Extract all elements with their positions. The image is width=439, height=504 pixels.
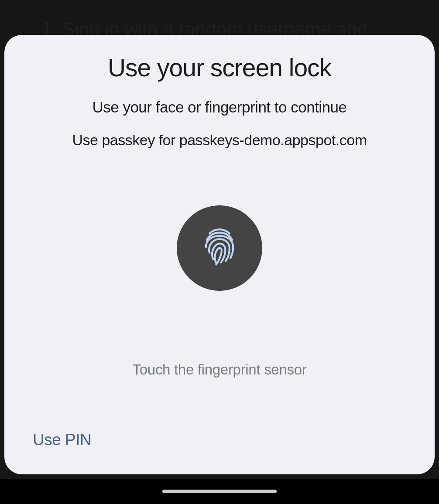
passkey-domain-text: Use passkey for passkeys-demo.appspot.co… xyxy=(72,132,367,149)
navigation-bar xyxy=(0,479,439,504)
dialog-title: Use your screen lock xyxy=(108,53,331,82)
use-pin-button[interactable]: Use PIN xyxy=(33,431,91,449)
gesture-handle[interactable] xyxy=(162,490,277,493)
fingerprint-icon xyxy=(198,225,241,271)
dialog-subtitle: Use your face or fingerprint to continue xyxy=(92,99,346,116)
biometric-prompt-sheet: Use your screen lock Use your face or fi… xyxy=(4,35,435,474)
sensor-hint-text: Touch the fingerprint sensor xyxy=(133,361,307,378)
fingerprint-sensor-area[interactable] xyxy=(177,205,262,291)
